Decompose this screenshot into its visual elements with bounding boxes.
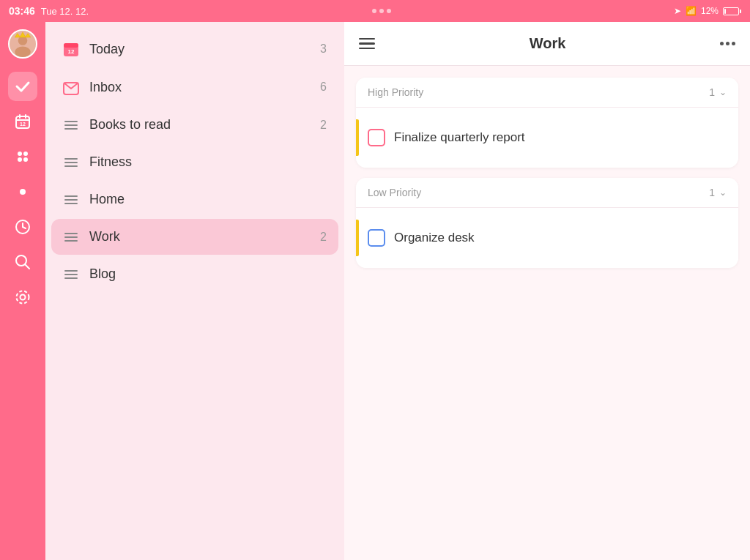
low-priority-title: Low Priority — [368, 187, 421, 198]
high-priority-group: High Priority 1 ⌄ Finalize quarterly rep… — [356, 78, 738, 168]
today-count: 3 — [320, 42, 327, 56]
inbox-label: Inbox — [89, 80, 310, 95]
more-options-button[interactable] — [720, 42, 735, 45]
svg-point-20 — [17, 291, 29, 304]
svg-point-11 — [18, 157, 22, 162]
task-label-organize: Organize desk — [394, 231, 475, 245]
rail-clock-icon[interactable] — [8, 212, 37, 242]
books-icon — [63, 121, 79, 130]
sidebar-item-inbox[interactable]: Inbox 6 — [51, 69, 338, 105]
svg-point-13 — [20, 189, 26, 195]
blog-icon — [63, 270, 79, 279]
low-priority-group: Low Priority 1 ⌄ Organize desk — [356, 178, 738, 268]
battery-percent: 12% — [701, 6, 719, 16]
sidebar: 12 Today 3 Inbox 6 Books to read 2 — [45, 22, 344, 560]
fitness-icon — [63, 158, 79, 167]
svg-point-19 — [21, 295, 26, 300]
sidebar-item-work[interactable]: Work 2 — [51, 219, 338, 255]
svg-rect-22 — [64, 43, 78, 48]
high-priority-right: 1 ⌄ — [709, 86, 727, 98]
task-checkbox-finalize[interactable] — [368, 129, 385, 146]
sidebar-item-fitness[interactable]: Fitness — [51, 144, 338, 180]
work-icon — [63, 233, 79, 242]
fitness-label: Fitness — [89, 154, 327, 170]
work-label: Work — [89, 229, 310, 244]
sidebar-item-today[interactable]: 12 Today 3 — [51, 31, 338, 67]
navigation-icon: ➤ — [674, 6, 681, 16]
status-bar-right: ➤ 📶 12% — [674, 6, 741, 16]
inbox-count: 6 — [320, 81, 327, 94]
dot-2 — [379, 9, 384, 13]
task-list: High Priority 1 ⌄ Finalize quarterly rep… — [344, 66, 750, 560]
low-priority-header[interactable]: Low Priority 1 ⌄ — [356, 178, 738, 207]
home-icon — [63, 195, 79, 204]
battery-icon — [723, 7, 741, 15]
dot-1 — [372, 9, 376, 13]
sidebar-item-blog[interactable]: Blog — [51, 256, 338, 292]
priority-bar-yellow-2 — [356, 220, 359, 256]
today-label: Today — [89, 42, 310, 57]
main-content: Work High Priority 1 ⌄ Finalize — [344, 22, 750, 560]
rail-search-icon[interactable] — [8, 247, 37, 277]
status-time: 03:46 — [9, 5, 35, 17]
task-label-finalize: Finalize quarterly report — [394, 130, 525, 145]
high-priority-header[interactable]: High Priority 1 ⌄ — [356, 78, 738, 107]
status-bar: 03:46 Tue 12. 12. ➤ 📶 12% — [0, 0, 750, 22]
task-item-finalize: Finalize quarterly report — [356, 107, 738, 168]
rail-dot-icon[interactable] — [8, 177, 37, 206]
work-count: 2 — [320, 231, 327, 244]
task-checkbox-organize[interactable] — [368, 229, 385, 247]
rail-settings-icon[interactable] — [8, 283, 37, 312]
high-priority-title: High Priority — [368, 86, 423, 98]
svg-point-9 — [18, 152, 22, 156]
task-item-organize: Organize desk — [356, 207, 738, 268]
low-priority-chevron-icon: ⌄ — [719, 187, 727, 198]
low-priority-right: 1 ⌄ — [709, 187, 727, 198]
svg-point-2 — [15, 47, 31, 57]
status-dots — [372, 9, 391, 13]
svg-point-10 — [23, 152, 28, 156]
svg-line-16 — [23, 227, 26, 228]
home-label: Home — [89, 192, 327, 207]
high-priority-count: 1 — [709, 86, 715, 98]
status-date: Tue 12. 12. — [41, 6, 89, 17]
status-bar-left: 03:46 Tue 12. 12. — [9, 5, 89, 17]
avatar[interactable] — [8, 29, 37, 59]
sidebar-item-home[interactable]: Home — [51, 182, 338, 217]
rail-apps-icon[interactable] — [8, 142, 37, 171]
books-label: Books to read — [89, 117, 310, 132]
inbox-icon — [63, 79, 79, 95]
wifi-icon: 📶 — [686, 6, 697, 16]
svg-point-12 — [23, 157, 28, 162]
blog-label: Blog — [89, 266, 327, 282]
rail-calendar-icon[interactable]: 12 — [8, 107, 37, 136]
dot-3 — [387, 9, 391, 13]
low-priority-count: 1 — [709, 187, 715, 198]
books-count: 2 — [320, 119, 327, 132]
svg-line-18 — [25, 264, 29, 269]
icon-rail: 12 — [0, 22, 45, 560]
hamburger-menu-button[interactable] — [359, 38, 375, 50]
app-body: 12 — [0, 22, 750, 560]
svg-text:12: 12 — [20, 122, 26, 127]
main-header: Work — [344, 22, 750, 66]
svg-text:12: 12 — [68, 48, 75, 55]
priority-bar-yellow — [356, 119, 359, 156]
main-title: Work — [530, 35, 566, 52]
sidebar-item-books[interactable]: Books to read 2 — [51, 107, 338, 143]
rail-check-icon[interactable] — [8, 72, 37, 101]
high-priority-chevron-icon: ⌄ — [719, 87, 727, 97]
status-bar-center — [372, 9, 391, 13]
today-icon: 12 — [63, 41, 79, 57]
